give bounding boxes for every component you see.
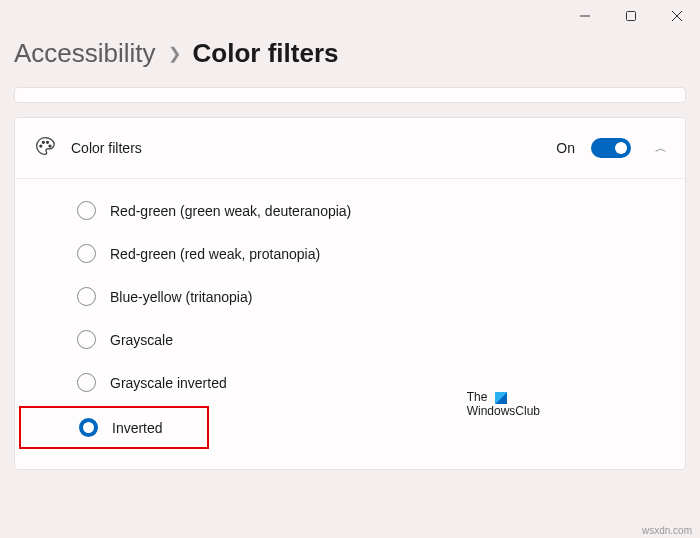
radio-icon bbox=[77, 287, 96, 306]
watermark-text: The bbox=[467, 390, 488, 404]
svg-point-5 bbox=[42, 141, 44, 143]
breadcrumb-parent[interactable]: Accessibility bbox=[14, 38, 156, 69]
radio-icon bbox=[77, 201, 96, 220]
close-button[interactable] bbox=[654, 0, 700, 32]
color-filters-card: Color filters On ︿ Red-green (green weak… bbox=[14, 117, 686, 470]
radio-option[interactable]: Grayscale inverted bbox=[15, 361, 685, 404]
radio-label: Red-green (green weak, deuteranopia) bbox=[110, 203, 351, 219]
radio-label: Grayscale bbox=[110, 332, 173, 348]
radio-label: Blue-yellow (tritanopia) bbox=[110, 289, 252, 305]
watermark-text: WindowsClub bbox=[467, 404, 540, 418]
chevron-right-icon: ❯ bbox=[168, 44, 181, 63]
collapsed-card[interactable] bbox=[14, 87, 686, 103]
page-title: Color filters bbox=[193, 38, 339, 69]
svg-point-6 bbox=[47, 141, 49, 143]
radio-icon bbox=[77, 244, 96, 263]
radio-option[interactable]: Red-green (green weak, deuteranopia) bbox=[15, 189, 685, 232]
radio-label: Red-green (red weak, protanopia) bbox=[110, 246, 320, 262]
card-title: Color filters bbox=[71, 140, 540, 156]
radio-option[interactable]: Blue-yellow (tritanopia) bbox=[15, 275, 685, 318]
toggle-state-label: On bbox=[556, 140, 575, 156]
radio-option-highlighted[interactable]: Inverted bbox=[19, 406, 209, 449]
minimize-button[interactable] bbox=[562, 0, 608, 32]
chevron-up-icon[interactable]: ︿ bbox=[655, 140, 667, 157]
palette-icon bbox=[35, 136, 55, 160]
filter-options: Red-green (green weak, deuteranopia) Red… bbox=[15, 179, 685, 469]
radio-label: Inverted bbox=[112, 420, 163, 436]
radio-icon-selected bbox=[79, 418, 98, 437]
source-label: wsxdn.com bbox=[642, 525, 692, 536]
watermark-logo-icon bbox=[495, 392, 507, 404]
color-filters-toggle[interactable] bbox=[591, 138, 631, 158]
window-controls bbox=[562, 0, 700, 32]
card-header[interactable]: Color filters On ︿ bbox=[15, 118, 685, 179]
svg-point-7 bbox=[49, 145, 51, 147]
radio-label: Grayscale inverted bbox=[110, 375, 227, 391]
radio-option[interactable]: Red-green (red weak, protanopia) bbox=[15, 232, 685, 275]
svg-point-4 bbox=[40, 145, 42, 147]
radio-icon bbox=[77, 330, 96, 349]
radio-icon bbox=[77, 373, 96, 392]
svg-rect-1 bbox=[627, 12, 636, 21]
radio-option[interactable]: Grayscale bbox=[15, 318, 685, 361]
watermark: The WindowsClub bbox=[467, 390, 540, 419]
maximize-button[interactable] bbox=[608, 0, 654, 32]
